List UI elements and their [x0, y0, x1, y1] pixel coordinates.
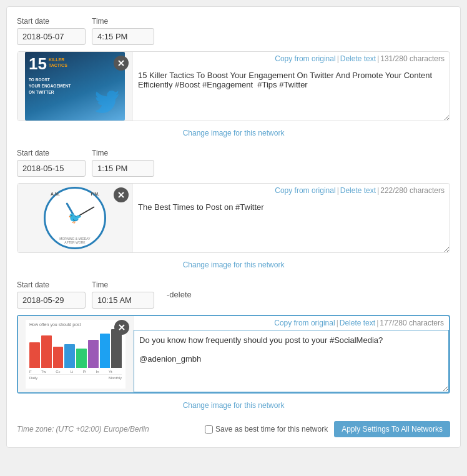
text-toolbar-3: Copy from original | Delete text | 177/2…: [134, 316, 449, 330]
char-count-3: 177/280 characters: [380, 319, 444, 327]
char-count-1: 131/280 characters: [380, 54, 445, 63]
time-group-1: Time: [92, 17, 154, 45]
text-toolbar-2: Copy from original | Delete text | 222/2…: [133, 184, 450, 197]
start-date-input-2[interactable]: [17, 160, 86, 177]
change-image-link-3[interactable]: Change image for this network: [17, 399, 450, 412]
main-container: Start date Time 15 KILLERTACTICS TO BOOS…: [6, 6, 461, 448]
time-label-3: Time: [92, 280, 154, 289]
time-group-2: Time: [92, 149, 154, 177]
start-date-input-3[interactable]: [17, 292, 86, 309]
save-best-time-text: Save as best time for this network: [215, 425, 328, 434]
datetime-row-2: Start date Time: [17, 149, 450, 177]
footer: Time zone: (UTC +02:00) Europe/Berlin Sa…: [17, 421, 450, 437]
image-section-1: 15 KILLERTACTICS TO BOOSTYOUR ENGAGEMENT…: [17, 52, 133, 121]
save-best-time-checkbox[interactable]: [205, 425, 213, 434]
post-block-1: Start date Time 15 KILLERTACTICS TO BOOS…: [17, 17, 450, 140]
post-block-2: Start date Time 🐦: [17, 149, 450, 272]
delete-text-1[interactable]: Delete text: [340, 54, 376, 63]
post-content-1: 15 KILLERTACTICS TO BOOSTYOUR ENGAGEMENT…: [17, 51, 450, 121]
text-section-1: Copy from original | Delete text | 131/2…: [133, 52, 450, 121]
apply-settings-button[interactable]: Apply Settings To All Networks: [334, 421, 450, 437]
change-image-link-2[interactable]: Change image for this network: [17, 258, 450, 272]
delete-post-3[interactable]: -delete: [167, 290, 192, 299]
timezone-label: Time zone: (UTC +02:00) Europe/Berlin: [17, 425, 149, 434]
post-textarea-3[interactable]: Do you know how frequently should you po…: [134, 330, 449, 392]
save-best-time-label[interactable]: Save as best time for this network: [205, 425, 328, 434]
start-date-input-1[interactable]: [17, 28, 86, 45]
post-block-3: Start date Time -delete How often you sh…: [17, 280, 450, 412]
text-toolbar-1: Copy from original | Delete text | 131/2…: [133, 52, 450, 66]
post-content-2: 🐦 A.M. P.M. MORNING & MIDDAYAFTER WORK C…: [17, 183, 450, 253]
start-date-label-2: Start date: [17, 149, 86, 157]
image-section-3: How often you should post F Tw: [18, 316, 134, 392]
delete-text-2[interactable]: Delete text: [340, 186, 376, 195]
time-input-1[interactable]: [92, 28, 154, 45]
datetime-row-1: Start date Time: [17, 17, 450, 45]
start-date-group-3: Start date: [17, 280, 86, 309]
post-textarea-1[interactable]: 15 Killer Tactics To Boost Your Engageme…: [133, 66, 450, 121]
post-content-3: How often you should post F Tw: [17, 315, 450, 394]
image-section-2: 🐦 A.M. P.M. MORNING & MIDDAYAFTER WORK: [17, 184, 133, 252]
delete-image-btn-2[interactable]: [114, 187, 129, 202]
copy-from-original-2[interactable]: Copy from original: [275, 186, 335, 195]
change-image-link-1[interactable]: Change image for this network: [17, 126, 450, 140]
footer-right: Save as best time for this network Apply…: [205, 421, 450, 437]
time-label-2: Time: [92, 149, 154, 157]
time-label-1: Time: [92, 17, 154, 26]
start-date-label-1: Start date: [17, 17, 86, 26]
post-textarea-2[interactable]: The Best Times to Post on #Twitter: [133, 197, 450, 252]
copy-from-original-1[interactable]: Copy from original: [275, 54, 335, 63]
text-section-3: Copy from original | Delete text | 177/2…: [134, 316, 449, 392]
time-input-3[interactable]: [92, 292, 154, 309]
delete-image-btn-3[interactable]: [114, 320, 129, 335]
start-date-group-1: Start date: [17, 17, 86, 45]
start-date-group-2: Start date: [17, 149, 86, 177]
copy-from-original-3[interactable]: Copy from original: [274, 319, 335, 327]
time-input-2[interactable]: [92, 160, 154, 177]
char-count-2: 222/280 characters: [380, 186, 445, 195]
datetime-row-3: Start date Time -delete: [17, 280, 450, 309]
time-group-3: Time: [92, 280, 154, 309]
text-section-2: Copy from original | Delete text | 222/2…: [133, 184, 450, 252]
delete-text-3[interactable]: Delete text: [340, 319, 375, 327]
start-date-label-3: Start date: [17, 280, 86, 289]
delete-image-btn-1[interactable]: [114, 56, 129, 71]
